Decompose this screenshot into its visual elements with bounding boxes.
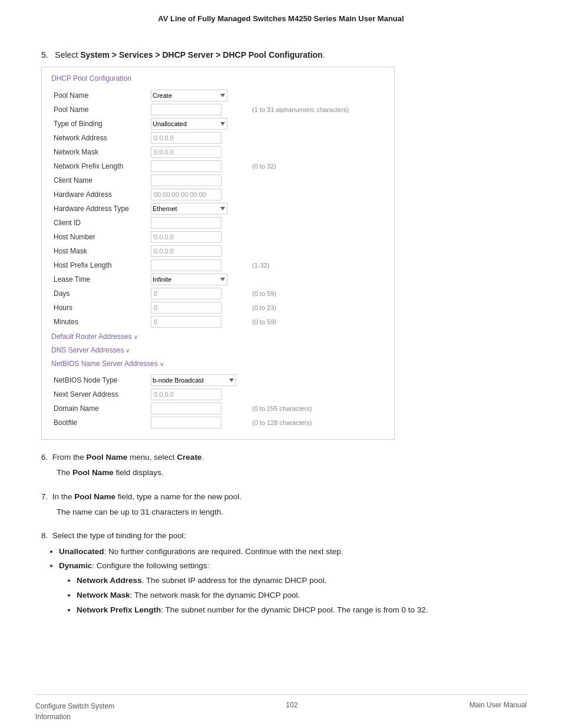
form-table: Pool Name Create Pool Name <box>51 88 385 329</box>
minutes-input[interactable] <box>151 316 222 328</box>
table-row: Host Number <box>51 230 385 244</box>
field-label: Network Address <box>51 131 148 145</box>
field-control[interactable] <box>148 301 249 315</box>
footer-left-line1: Configure Switch System <box>35 701 114 711</box>
step-7-number: 7. <box>41 492 52 501</box>
field-control[interactable]: Unallocated <box>148 117 249 131</box>
field-control[interactable] <box>148 187 249 202</box>
type-binding-select[interactable]: Unallocated <box>151 118 227 130</box>
network-address-input[interactable] <box>151 132 222 144</box>
footer-left: Configure Switch System Information <box>35 701 114 722</box>
list-item: Network Address. The subnet IP address f… <box>77 574 521 588</box>
network-prefix-input[interactable] <box>151 160 222 172</box>
client-id-input[interactable] <box>151 217 222 229</box>
field-control[interactable]: Create <box>148 88 249 103</box>
field-control[interactable] <box>148 244 249 258</box>
field-control[interactable] <box>148 173 249 187</box>
field-label: Bootfile <box>51 416 148 430</box>
step-8-bullets: Unallocated: No further configurations a… <box>59 545 521 617</box>
table-row: Type of Binding Unallocated <box>51 117 385 131</box>
hardware-address-input[interactable] <box>151 189 222 200</box>
field-hint: (0 to 32) <box>249 159 385 173</box>
field-control[interactable] <box>148 258 249 272</box>
hours-input[interactable] <box>151 302 222 314</box>
field-control[interactable] <box>148 416 249 430</box>
dns-server-addresses-link[interactable]: DNS Server Addresses <box>51 344 385 356</box>
collapsible-section-1[interactable]: Default Router Addresses <box>51 331 385 342</box>
table-row: Host Prefix Length (1-32) <box>51 258 385 272</box>
step-7-subtext: The name can be up to 31 characters in l… <box>57 506 521 518</box>
step-7-text: 7. In the Pool Name field, type a name f… <box>41 491 521 503</box>
field-label: NetBIOS Node Type <box>51 373 148 387</box>
sub-bullet-prefix-length-bold: Network Prefix Length <box>77 605 161 614</box>
field-label: Host Number <box>51 230 148 244</box>
days-input[interactable] <box>151 288 222 299</box>
field-hint: (0 to 255 characters) <box>249 401 385 416</box>
collapsible-section-3[interactable]: NetBIOS Name Server Addresses <box>51 358 385 370</box>
host-prefix-input[interactable] <box>151 259 222 271</box>
field-control[interactable] <box>148 230 249 244</box>
lease-time-select[interactable]: Infinite <box>151 274 227 285</box>
host-number-input[interactable] <box>151 231 222 243</box>
network-mask-input[interactable] <box>151 146 222 158</box>
next-server-address-input[interactable] <box>151 388 222 400</box>
field-label: Client Name <box>51 173 148 187</box>
table-row: Hours (0 to 23) <box>51 301 385 315</box>
field-hint <box>249 244 385 258</box>
step-5: 5. Select System > Services > DHCP Serve… <box>41 50 521 440</box>
table-row: Pool Name (1 to 31 alphanumeric characte… <box>51 103 385 117</box>
bootfile-input[interactable] <box>151 417 222 429</box>
table-row: Minutes (0 to 59) <box>51 315 385 329</box>
pool-name-input[interactable] <box>151 104 222 116</box>
field-control[interactable]: Ethernet <box>148 202 249 216</box>
field-label: Minutes <box>51 315 148 329</box>
field-label: Pool Name <box>51 103 148 117</box>
domain-name-input[interactable] <box>151 403 222 414</box>
table-row: Network Address <box>51 131 385 145</box>
field-control[interactable] <box>148 286 249 301</box>
pool-name-select[interactable]: Create <box>151 90 227 101</box>
field-hint <box>249 173 385 187</box>
field-control[interactable] <box>148 315 249 329</box>
step-6: 6. From the Pool Name menu, select Creat… <box>41 452 521 479</box>
field-control[interactable]: b-node Broadcast <box>148 373 249 387</box>
sub-bullet-network-address-bold: Network Address <box>77 576 142 585</box>
step-8-text: 8. Select the type of binding for the po… <box>41 530 521 542</box>
sub-bullet-list: Network Address. The subnet IP address f… <box>77 574 521 617</box>
screenshot-box: DHCP Pool Configuration Pool Name Create <box>41 67 395 440</box>
field-hint: (0 to 128 characters) <box>249 416 385 430</box>
field-hint <box>249 145 385 159</box>
field-control[interactable] <box>148 216 249 230</box>
field-control[interactable] <box>148 145 249 159</box>
list-item: Unallocated: No further configurations a… <box>59 545 521 558</box>
step-6-subtext-bold: Pool Name <box>72 468 114 477</box>
field-control[interactable] <box>148 401 249 416</box>
field-control[interactable] <box>148 387 249 401</box>
netbios-node-type-select[interactable]: b-node Broadcast <box>151 374 236 386</box>
sub-bullet-network-mask-bold: Network Mask <box>77 591 130 599</box>
field-control[interactable] <box>148 131 249 145</box>
host-mask-input[interactable] <box>151 245 222 257</box>
field-hint <box>249 202 385 216</box>
field-control[interactable] <box>148 159 249 173</box>
table-row: Lease Time Infinite <box>51 272 385 286</box>
hardware-address-type-select[interactable]: Ethernet <box>151 203 227 215</box>
field-control[interactable]: Infinite <box>148 272 249 286</box>
field-label: Days <box>51 286 148 301</box>
step-6-bold2: Create <box>177 453 201 462</box>
collapsible-section-2[interactable]: DNS Server Addresses <box>51 344 385 356</box>
field-hint: (0 to 59) <box>249 286 385 301</box>
client-name-input[interactable] <box>151 174 222 186</box>
field-control[interactable] <box>148 103 249 117</box>
table-row: Bootfile (0 to 128 characters) <box>51 416 385 430</box>
table-row: Domain Name (0 to 255 characters) <box>51 401 385 416</box>
table-row: Client Name <box>51 173 385 187</box>
field-hint: (1 to 31 alphanumeric characters) <box>249 103 385 117</box>
default-router-addresses-link[interactable]: Default Router Addresses <box>51 331 385 342</box>
netbios-name-server-link[interactable]: NetBIOS Name Server Addresses <box>51 358 385 370</box>
field-hint: (0 to 59) <box>249 315 385 329</box>
field-label: Type of Binding <box>51 117 148 131</box>
field-label: Hours <box>51 301 148 315</box>
field-label: Hardware Address <box>51 187 148 202</box>
table-row: Next Server Address <box>51 387 385 401</box>
